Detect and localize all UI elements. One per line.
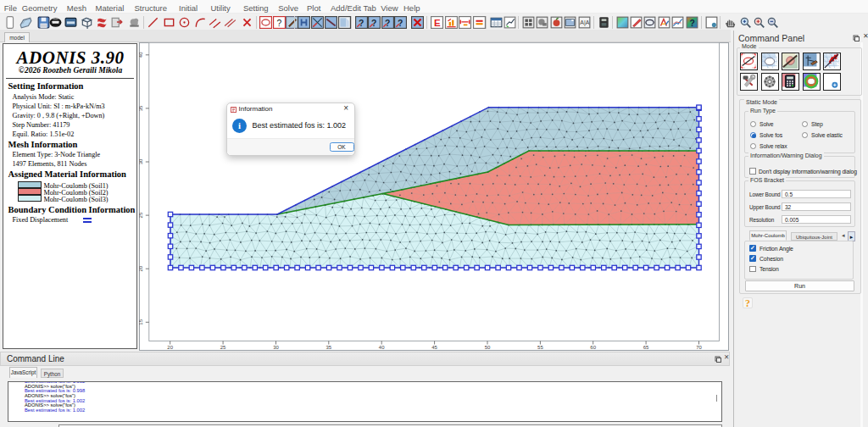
svg-text:55: 55 [537, 345, 543, 350]
svg-text:A|A: A|A [580, 19, 589, 26]
svg-text:35: 35 [139, 105, 143, 111]
svg-text:E: E [434, 18, 441, 28]
svg-text:35: 35 [326, 345, 331, 350]
svg-text:?: ? [385, 18, 390, 27]
svg-text:40: 40 [379, 345, 385, 350]
svg-text:70: 70 [696, 345, 702, 350]
svg-text:20: 20 [139, 265, 143, 271]
svg-text:45: 45 [431, 345, 437, 350]
svg-text:?: ? [277, 18, 282, 27]
svg-text:?: ? [371, 18, 376, 27]
svg-text:60: 60 [590, 345, 596, 350]
svg-text:40: 40 [139, 52, 143, 58]
svg-text:?: ? [690, 18, 695, 27]
svg-text:30: 30 [273, 345, 279, 350]
svg-text:65: 65 [643, 345, 649, 350]
svg-text:25: 25 [220, 345, 226, 350]
svg-text:30: 30 [139, 158, 143, 164]
svg-text:?: ? [398, 18, 403, 27]
svg-text:25: 25 [139, 212, 143, 218]
svg-text:?: ? [359, 18, 364, 27]
svg-text:20: 20 [167, 345, 173, 350]
svg-text:50: 50 [485, 345, 491, 350]
svg-text:15: 15 [139, 319, 143, 324]
